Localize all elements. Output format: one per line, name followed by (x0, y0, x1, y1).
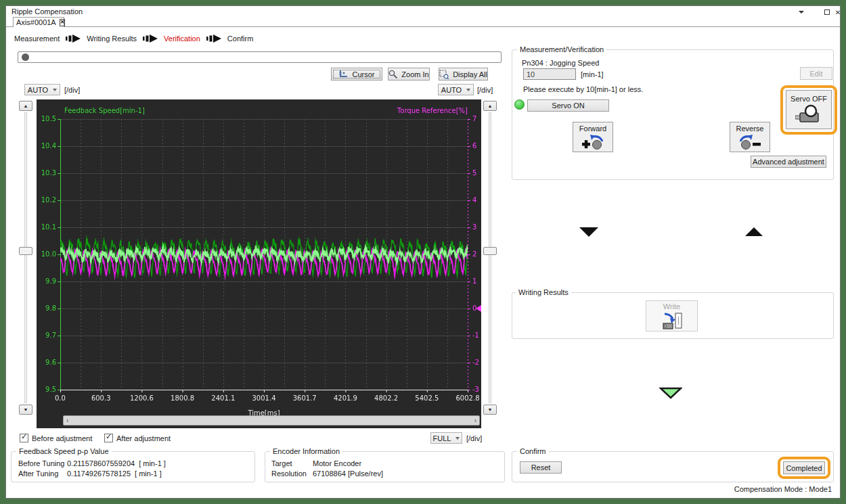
close-icon: ✕ (835, 9, 841, 16)
right-axis-slider-thumb[interactable] (483, 247, 497, 255)
flow-down-triangle (579, 227, 598, 237)
position-slider-thumb[interactable] (22, 53, 29, 61)
right-scale-unit: [/div] (477, 86, 493, 94)
flow-up-triangle (745, 227, 763, 236)
tab-label: Axis#0001A (16, 18, 56, 26)
chevron-down-icon (53, 89, 57, 91)
chart-horizontal-scrollbar[interactable]: ‹ › (63, 415, 480, 426)
x-scale-dropdown[interactable]: FULL (430, 432, 462, 444)
right-axis-scroll-up-button[interactable]: ▲ (483, 101, 497, 111)
close-button[interactable]: ✕ (833, 8, 843, 16)
forward-label: Forward (579, 124, 606, 133)
x-scale-value: FULL (433, 434, 451, 442)
compensation-mode-status: Compensation Mode : Mode1 (734, 485, 832, 493)
edit-button[interactable]: Edit (800, 67, 832, 80)
reset-button[interactable]: Reset (520, 461, 562, 474)
writing-results-title: Writing Results (516, 288, 571, 296)
check-icon: ✓ (21, 432, 27, 441)
left-axis-slider-track[interactable] (24, 112, 27, 403)
forward-button[interactable]: Forward (573, 122, 613, 152)
after-adjustment-checkbox[interactable]: ✓ (104, 434, 113, 442)
pp-after-unit: [ min-1 ] (135, 469, 162, 478)
display-all-button[interactable]: Display All (439, 68, 488, 81)
maximize-icon (824, 9, 830, 15)
encoder-target-value: Motor Encoder (313, 459, 361, 467)
check-icon: ✓ (106, 432, 112, 441)
chart-area: ‹ › (37, 99, 481, 428)
pp-before-row: Before Tuning 0.211578607559204 [ min-1 … (18, 459, 166, 467)
encoder-target-label: Target (271, 459, 309, 467)
pp-before-value: 0.211578607559204 (67, 459, 135, 467)
confirm-title: Confirm (517, 447, 549, 455)
step-arrow-icon (206, 35, 221, 43)
window-menu-button[interactable] (797, 8, 806, 16)
left-axis-scroll-up-button[interactable]: ▲ (19, 101, 32, 111)
zoom-in-button[interactable]: Zoom In (388, 68, 430, 81)
waveform-chart (37, 99, 481, 428)
left-scale-dropdown[interactable]: AUTO (24, 84, 60, 95)
encoder-resolution-value: 67108864 [Pulse/rev] (313, 469, 383, 478)
ripple-compensation-window: Ripple Compensation ✕ Axis#0001A ✕ Measu… (5, 5, 841, 499)
flow-green-triangle (659, 387, 682, 399)
encoder-info-title: Encoder Information (270, 447, 342, 455)
servo-off-label: Servo OFF (791, 95, 827, 103)
right-scale-dropdown[interactable]: AUTO (438, 84, 474, 95)
caret-down-icon (799, 11, 804, 14)
zoom-in-label: Zoom In (401, 70, 428, 78)
maximize-button[interactable] (822, 8, 832, 16)
tab-strip-divider (6, 26, 840, 27)
scroll-right-icon[interactable]: › (474, 417, 476, 424)
servo-off-button[interactable]: Servo OFF (786, 90, 832, 129)
servo-on-button[interactable]: Servo ON (527, 99, 609, 112)
before-adjustment-checkbox[interactable]: ✓ (20, 434, 28, 442)
advanced-adjustment-button[interactable]: Advanced adjustment (751, 156, 826, 168)
left-axis-scroll-down-button[interactable]: ▼ (19, 405, 32, 415)
pp-before-unit: [ min-1 ] (139, 459, 166, 467)
before-adjustment-label: Before adjustment (32, 434, 92, 442)
display-all-label: Display All (453, 70, 487, 78)
pp-after-row: After Tuning 0.11749267578125 [ min-1 ] (18, 469, 162, 478)
breadcrumb: Measurement Writing Results Verification… (14, 34, 253, 43)
position-slider[interactable] (18, 51, 502, 63)
x-scale-unit: [/div] (466, 434, 482, 442)
completed-button[interactable]: Completed (783, 461, 825, 474)
write-to-drive-icon (661, 312, 684, 329)
write-label: Write (663, 302, 680, 311)
servo-status-led (514, 99, 525, 110)
encoder-resolution-label: Resolution (271, 469, 309, 478)
title-bar: Ripple Compensation ✕ (6, 6, 840, 17)
chevron-down-icon (455, 437, 460, 440)
tab-close-button[interactable]: ✕ (60, 19, 66, 26)
scroll-left-icon[interactable]: ‹ (66, 417, 68, 424)
left-scale-value: AUTO (28, 86, 48, 94)
reverse-jog-icon (738, 134, 762, 150)
chevron-down-icon (466, 89, 470, 91)
tab-axis0001a[interactable]: Axis#0001A ✕ (13, 17, 64, 27)
cursor-button[interactable]: Cursor (331, 68, 382, 81)
reverse-button[interactable]: Reverse (730, 122, 770, 152)
measurement-verification-title: Measurement/Verification (517, 45, 606, 53)
pp-before-label: Before Tuning (18, 459, 63, 467)
window-title: Ripple Compensation (12, 7, 83, 16)
magnifier-icon (388, 70, 397, 78)
reverse-label: Reverse (736, 124, 764, 133)
step-measurement: Measurement (14, 35, 60, 43)
step-confirm: Confirm (227, 35, 254, 43)
left-axis-slider-thumb[interactable] (19, 247, 32, 255)
jogging-speed-param-label: Pn304 : Jogging Speed (522, 59, 599, 67)
right-axis-slider-track[interactable] (489, 112, 491, 403)
write-button[interactable]: Write (646, 300, 698, 331)
servo-motor-icon (795, 104, 822, 124)
left-scale-unit: [/div] (64, 86, 80, 94)
jogging-speed-unit: [min-1] (581, 70, 604, 78)
right-axis-scroll-down-button[interactable]: ▼ (483, 405, 497, 415)
after-adjustment-label: After adjustment (116, 434, 171, 442)
step-writing-results: Writing Results (87, 35, 137, 43)
step-arrow-icon (66, 35, 81, 43)
tab-close-icon: ✕ (60, 20, 65, 25)
step-verification: Verification (164, 35, 200, 43)
jogging-speed-input[interactable]: 10 (523, 68, 576, 80)
pp-after-value: 0.11749267578125 (67, 469, 131, 478)
step-arrow-icon (143, 35, 158, 43)
display-all-icon (439, 70, 449, 79)
